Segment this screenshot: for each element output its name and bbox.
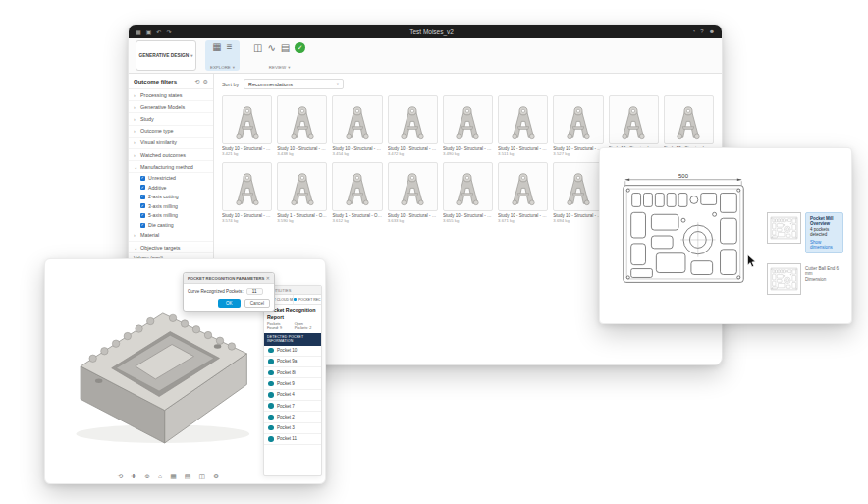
reset-filters-icon[interactable]: ⟲ — [195, 78, 200, 84]
pocket-dot-icon — [268, 415, 274, 420]
checkbox-checked-icon[interactable] — [140, 203, 145, 208]
info-callout[interactable]: Pocket Mill Overview 4 pockets detected … — [805, 212, 843, 253]
outcome-mass: 3.527 kg — [553, 151, 603, 156]
orbit-icon[interactable]: ⟲ — [117, 473, 123, 480]
tab-pocket-rec[interactable]: POCKET REC — [293, 295, 322, 304]
close-icon[interactable]: ✕ — [266, 275, 270, 281]
pocket-list-item[interactable]: Pocket 9a — [264, 357, 321, 367]
ok-button[interactable]: OK — [218, 299, 241, 308]
generative-part-icon — [281, 100, 324, 140]
pocket-dot-icon — [268, 370, 274, 376]
drawing-preview-thumbnail[interactable] — [767, 212, 801, 244]
outcome-gallery-icon[interactable]: ▦ — [212, 42, 221, 52]
group-label-text: EXPLORE — [210, 65, 231, 70]
filter-option-die-casting[interactable]: Die casting — [129, 220, 213, 230]
outcome-card[interactable]: Study 10 - Structural - Outcome 263.574 … — [222, 162, 272, 223]
grid-icon[interactable]: ▤ — [185, 473, 191, 480]
filter-section-objective-targets[interactable]: ⌄Objective targets — [129, 242, 213, 253]
viewports-icon[interactable]: ◫ — [198, 473, 205, 480]
pocket-dot-icon — [268, 436, 274, 442]
main-toolbar: GENERATIVE DESIGN ▾ ▦ ≡ EXPLORE ▾ ◫ ∿ ▤ … — [129, 38, 722, 74]
compare-icon[interactable]: ◫ — [253, 43, 262, 53]
checkbox-checked-icon[interactable] — [140, 213, 145, 218]
outcome-card[interactable]: Study 10 - Structural - Outcome 223.633 … — [388, 162, 438, 223]
pocket-list-item[interactable]: Pocket 9 — [264, 378, 321, 389]
outcome-card[interactable]: Study 1 - Structural - Outcome 63.590 kg — [277, 162, 327, 223]
checkbox-checked-icon[interactable] — [140, 223, 145, 228]
pocket-count-field[interactable]: 11 — [246, 288, 263, 295]
pocket-list-item[interactable]: Pocket 7 — [264, 401, 321, 412]
callout-link[interactable]: Show dimensions — [810, 240, 839, 250]
checkbox-checked-icon[interactable] — [140, 185, 145, 190]
pocket-list-item[interactable]: Pocket 2 — [264, 412, 321, 422]
outcome-card[interactable]: Study 10 - Structural - Outcome 183.671 … — [498, 162, 548, 223]
notifications-icon[interactable]: ◔ — [692, 28, 696, 34]
pocket-list-item[interactable]: Pocket 4 — [264, 390, 321, 401]
checkbox-checked-icon[interactable] — [140, 176, 145, 181]
tradeoff-plot-icon[interactable]: ∿ — [267, 43, 275, 53]
outcome-card[interactable]: Study 10 - Structural - Outcome 443.421 … — [222, 95, 272, 156]
cancel-button[interactable]: Cancel — [244, 299, 270, 308]
filter-section-study[interactable]: ›Study — [129, 113, 213, 125]
generative-part-icon — [667, 100, 710, 140]
outcome-card[interactable]: Study 10 - Structural - Outcome 363.472 … — [388, 95, 438, 156]
outcome-card[interactable]: Study 10 - Structural - Outcome 313.511 … — [498, 95, 548, 156]
generative-part-icon — [336, 100, 379, 140]
outcome-card[interactable]: Study 10 - Structural - Outcome 343.490 … — [443, 95, 493, 156]
workspace-label: GENERATIVE DESIGN — [139, 53, 190, 58]
data-panel-icon[interactable]: ▦ — [136, 28, 141, 35]
pocket-dot-icon — [268, 425, 274, 431]
filter-section-manufacturing-method[interactable]: ⌄Manufacturing method — [129, 161, 213, 173]
outcome-card[interactable]: Study 10 - Structural - Outcome 153.694 … — [553, 162, 603, 223]
dialog-titlebar[interactable]: POCKET RECOGNITION PARAMETERS ✕ — [184, 273, 274, 284]
drawing-preview-thumbnail[interactable] — [767, 263, 801, 295]
filter-section-outcome-type[interactable]: ›Outcome type — [129, 126, 213, 138]
properties-icon[interactable]: ▤ — [281, 43, 290, 53]
pocket-list-item[interactable]: Pocket 11 — [264, 434, 321, 445]
filter-section-generative-models[interactable]: ›Generative Models — [129, 101, 213, 113]
chevron-down-icon: ⌄ — [134, 245, 137, 251]
pocket-report-panel: ⌄ UTILITIES PART CLOUD ML POCKET REC Poc… — [263, 285, 322, 476]
undo-icon[interactable]: ↶ — [156, 28, 161, 35]
view-settings-icon[interactable]: ⚙ — [213, 473, 219, 480]
filter-section-processing-states[interactable]: ›Processing states — [129, 89, 213, 101]
filter-option-2-axis-cutting[interactable]: 2-axis cutting — [129, 193, 213, 202]
pocket-list-item[interactable]: Pocket 3 — [264, 423, 321, 434]
filter-option-additive[interactable]: Additive — [129, 183, 213, 193]
outcome-card[interactable]: Study 10 - Structural - Outcome 203.655 … — [443, 162, 493, 223]
pocket-label: Pocket 4 — [277, 392, 295, 397]
filter-section-visual-similarity[interactable]: ›Visual similarity — [129, 138, 213, 149]
outcome-list-icon[interactable]: ≡ — [227, 42, 233, 52]
pocket-list-item[interactable]: Pocket 10 — [264, 346, 321, 357]
outcome-card[interactable]: Study 1 - Structural - Outcome 43.612 kg — [332, 162, 382, 223]
toolbar-group-review-label[interactable]: REVIEW ▾ — [269, 65, 291, 70]
finish-check-icon[interactable]: ✓ — [295, 42, 305, 53]
generative-part-icon — [502, 167, 545, 207]
toolbar-group-explore-label[interactable]: EXPLORE ▾ — [210, 65, 235, 70]
filter-option-unrestricted[interactable]: Unrestricted — [129, 173, 213, 183]
profile-icon[interactable]: ☻ — [709, 28, 715, 34]
save-icon[interactable]: ▣ — [146, 28, 152, 35]
pocket-list-item[interactable]: Pocket 8i — [264, 367, 321, 378]
outcome-card[interactable]: Study 10 - Structural - Outcome 393.454 … — [332, 95, 382, 156]
workspace-selector[interactable]: GENERATIVE DESIGN ▾ — [136, 40, 196, 71]
help-icon[interactable]: ? — [700, 28, 703, 34]
display-settings-icon[interactable]: ▦ — [170, 473, 177, 480]
filter-option-5-axis-milling[interactable]: 5-axis milling — [129, 211, 213, 221]
filter-option-3-axis-milling[interactable]: 3-axis milling — [129, 201, 213, 211]
drawing-canvas[interactable]: 500 — [606, 155, 761, 316]
zoom-icon[interactable]: ⊕ — [144, 473, 150, 480]
outcome-card[interactable]: Study 10 - Structural - Outcome 293.527 … — [553, 95, 603, 156]
pocket-label: Pocket 9 — [277, 381, 295, 386]
filter-section-material[interactable]: ›Material — [129, 230, 213, 242]
checkbox-checked-icon[interactable] — [140, 195, 145, 199]
filter-section-watched-outcomes[interactable]: ›Watched outcomes — [129, 149, 213, 161]
outcome-thumbnail — [553, 162, 603, 211]
redo-icon[interactable]: ↷ — [166, 28, 171, 35]
sort-dropdown[interactable]: Recommendations ▾ — [244, 79, 344, 89]
technical-drawing[interactable]: 500 — [606, 155, 761, 316]
outcome-card[interactable]: Study 10 - Structural - Outcome 413.438 … — [277, 95, 327, 156]
panel-settings-icon[interactable]: ⚙ — [203, 78, 208, 84]
pan-icon[interactable]: ✚ — [131, 473, 136, 480]
fit-icon[interactable]: ⌂ — [158, 473, 162, 480]
